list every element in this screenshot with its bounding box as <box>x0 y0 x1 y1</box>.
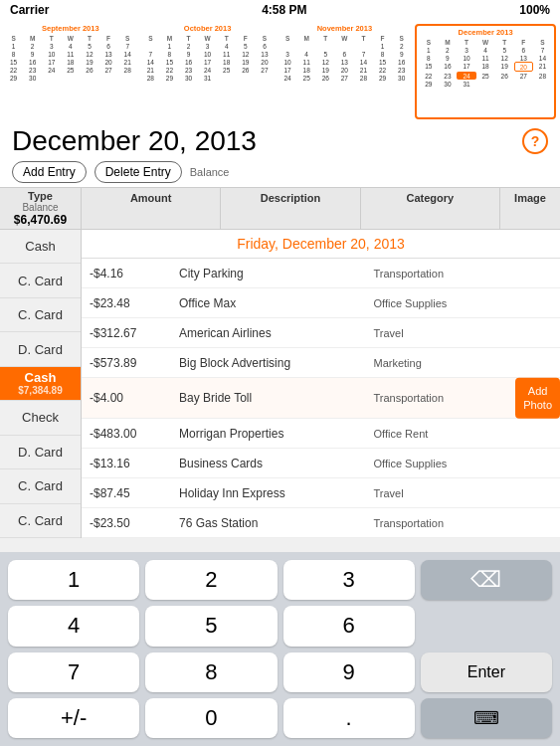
key-backspace[interactable]: ⌫ <box>421 560 552 600</box>
key-0[interactable]: 0 <box>145 698 277 738</box>
key-9[interactable]: 9 <box>283 653 415 692</box>
day-header: Friday, December 20, 2013 <box>82 230 560 259</box>
calendar-nov[interactable]: November 2013 SMTWTFS 12 3456789 1011121… <box>279 24 412 119</box>
delete-entry-button[interactable]: Delete Entry <box>94 161 182 183</box>
main-date: December 20, 2013 <box>12 125 257 157</box>
table-row-highlighted[interactable]: -$4.00 Bay Bride Toll Transportation <box>82 378 560 418</box>
add-entry-button[interactable]: Add Entry <box>12 161 87 183</box>
balance-label-text: Balance <box>190 166 230 178</box>
title-buttons: Add Entry Delete Entry Balance <box>12 161 548 183</box>
col-image: Image <box>500 188 560 229</box>
table-row[interactable]: -$13.16 Business Cards Office Supplies <box>82 449 560 478</box>
battery-label: 100% <box>519 3 550 17</box>
table-row[interactable]: -$573.89 Big Block Advertising Marketing <box>82 348 560 378</box>
calendar-dec[interactable]: December 2013 SMTWTFS 1234567 8910111213… <box>415 24 556 119</box>
key-enter[interactable]: Enter <box>421 653 552 692</box>
key-5[interactable]: 5 <box>145 606 277 646</box>
key-7[interactable]: 7 <box>8 653 139 692</box>
add-photo-button[interactable]: AddPhoto <box>515 378 560 419</box>
numpad: 1 2 3 ⌫ 4 5 6 7 8 9 Enter +/- 0 . ⌨ <box>0 552 560 746</box>
table-row[interactable]: -$23.50 76 Gas Station Transportation <box>82 508 560 538</box>
table-row[interactable]: -$4.16 City Parking Transportation <box>82 259 560 288</box>
highlighted-row-wrapper: -$4.00 Bay Bride Toll Transportation Add… <box>82 378 560 419</box>
calendar-sep[interactable]: September 2013 SMTWTFS 1234567 891011121… <box>4 24 137 119</box>
calendar-strip: September 2013 SMTWTFS 1234567 891011121… <box>0 20 560 119</box>
col-amount: Amount <box>82 188 221 229</box>
key-4[interactable]: 4 <box>8 606 139 646</box>
keyboard-hide-button[interactable]: ⌨ <box>421 698 552 738</box>
table-row[interactable]: -$87.45 Holiday Inn Express Travel <box>82 478 560 508</box>
table-body: Cash C. Card C. Card D. Card Cash $7,384… <box>0 230 560 538</box>
type-cell-3[interactable]: D. Card <box>0 332 81 366</box>
calendar-oct[interactable]: October 2013 SMTWTFS 123456 78910111213 … <box>141 24 275 119</box>
type-cell-6[interactable]: D. Card <box>0 436 81 469</box>
col-balance-value: $6,470.69 <box>14 213 67 227</box>
help-button[interactable]: ? <box>522 128 548 154</box>
type-cell-0[interactable]: Cash <box>0 230 81 264</box>
type-column: Cash C. Card C. Card D. Card Cash $7,384… <box>0 230 82 538</box>
col-balance-label: Balance <box>22 202 58 213</box>
key-8[interactable]: 8 <box>145 653 277 692</box>
key-plusminus[interactable]: +/- <box>8 698 139 738</box>
table-row[interactable]: -$483.00 Morrigan Properties Office Rent <box>82 419 560 449</box>
table-row[interactable]: -$312.67 American Airlines Travel <box>82 318 560 348</box>
type-cell-1[interactable]: C. Card <box>0 264 81 297</box>
key-3[interactable]: 3 <box>283 560 415 600</box>
title-area: December 20, 2013 ? Add Entry Delete Ent… <box>0 119 560 187</box>
col-description: Description <box>221 188 360 229</box>
key-1[interactable]: 1 <box>8 560 139 600</box>
type-cell-8[interactable]: C. Card <box>0 504 81 538</box>
type-cell-5[interactable]: Check <box>0 401 81 435</box>
key-empty <box>421 606 552 646</box>
data-area: Friday, December 20, 2013 -$4.16 City Pa… <box>82 230 560 538</box>
table-row[interactable]: -$23.48 Office Max Office Supplies <box>82 288 560 318</box>
col-category: Category <box>361 188 500 229</box>
key-6[interactable]: 6 <box>283 606 415 646</box>
table-header: Type Balance $6,470.69 Amount Descriptio… <box>0 187 560 230</box>
type-cell-4[interactable]: Cash $7,384.89 <box>0 367 81 401</box>
col-type: Type <box>28 190 53 202</box>
key-2[interactable]: 2 <box>145 560 277 600</box>
type-cell-7[interactable]: C. Card <box>0 469 81 503</box>
time-label: 4:58 PM <box>262 3 306 17</box>
type-cell-2[interactable]: C. Card <box>0 298 81 332</box>
key-decimal[interactable]: . <box>283 698 415 738</box>
carrier-label: Carrier <box>10 3 49 17</box>
status-bar: Carrier 4:58 PM 100% <box>0 0 560 20</box>
